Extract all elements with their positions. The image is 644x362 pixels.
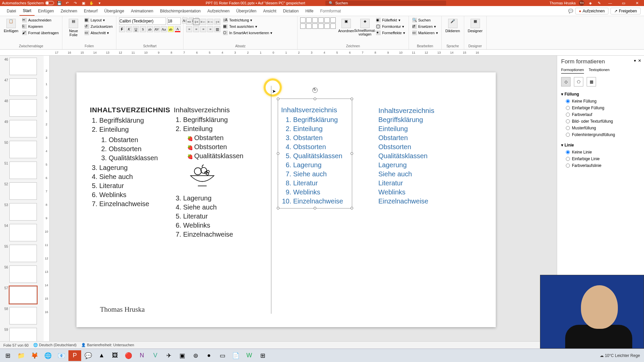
- font-size-input[interactable]: [167, 17, 181, 25]
- font-name-input[interactable]: [119, 17, 166, 25]
- save-icon[interactable]: 💾: [57, 0, 62, 6]
- shape-item[interactable]: [300, 23, 306, 29]
- shape-item[interactable]: [306, 23, 312, 29]
- shape-outline-button[interactable]: ◯Formkontur ▾: [375, 24, 406, 29]
- present-icon[interactable]: ▣: [81, 0, 86, 6]
- telegram-icon[interactable]: ✈: [162, 350, 175, 361]
- resize-handle[interactable]: [314, 98, 316, 100]
- shadow-button[interactable]: S: [140, 26, 146, 32]
- tab-aufzeichnen[interactable]: Aufzeichnen: [204, 7, 233, 15]
- shape-item[interactable]: [318, 23, 324, 29]
- minimize-button[interactable]: —: [605, 1, 615, 5]
- explorer-icon[interactable]: 📁: [15, 350, 28, 361]
- app-icon[interactable]: 📄: [229, 350, 242, 361]
- search-box[interactable]: 🔍 Suchen: [325, 1, 446, 5]
- weather-widget[interactable]: ☁ 10°C Leichter Rege: [600, 353, 640, 358]
- powerpoint-icon[interactable]: P: [68, 350, 81, 361]
- thumbnail-53[interactable]: 53: [0, 202, 44, 221]
- app-icon[interactable]: 💬: [82, 350, 95, 361]
- quick-styles-button[interactable]: ◈Schnellformat- vorlagen: [357, 17, 373, 38]
- shape-item[interactable]: [324, 23, 330, 29]
- cloud-icon[interactable]: ◈: [588, 0, 593, 6]
- shape-item[interactable]: [324, 17, 330, 23]
- tab-animationen[interactable]: Animationen: [127, 7, 157, 15]
- align-left-button[interactable]: ≡: [186, 26, 192, 32]
- radio-gradient-line[interactable]: Farbverlaufslinie: [561, 162, 640, 169]
- italic-button[interactable]: K: [126, 26, 132, 32]
- tab-dictation[interactable]: Dictation: [280, 7, 302, 15]
- thumbnail-59[interactable]: 59: [0, 327, 44, 341]
- redo-icon[interactable]: ↷: [73, 0, 78, 6]
- language-status[interactable]: 🌐 Deutsch (Deutschland): [33, 343, 76, 347]
- app-icon[interactable]: ⊞: [256, 350, 269, 361]
- maximize-button[interactable]: ▭: [619, 1, 629, 5]
- shape-item[interactable]: [312, 17, 318, 23]
- record-button[interactable]: ●Aufzeichnen: [575, 8, 608, 14]
- chrome-icon[interactable]: 🌐: [42, 350, 54, 361]
- undo-icon[interactable]: ↶: [65, 0, 70, 6]
- tab-ueberpruefen[interactable]: Überprüfen: [233, 7, 260, 15]
- shape-item[interactable]: [312, 23, 318, 29]
- ruler-vertical[interactable]: 21012345678910111213141516: [44, 56, 50, 341]
- app-icon[interactable]: 🖼: [109, 350, 121, 361]
- tab-text-options[interactable]: Textoptionen: [589, 68, 609, 74]
- ruler-horizontal[interactable]: 1716151413121110987654321012345678910111…: [0, 50, 644, 56]
- rotation-handle[interactable]: [312, 87, 318, 93]
- tab-datei[interactable]: Datei: [3, 7, 19, 15]
- resize-handle[interactable]: [277, 152, 279, 155]
- text-direction-button[interactable]: ↕ATextrichtung ▾: [222, 17, 273, 23]
- share-button[interactable]: ↗Freigeben: [610, 8, 641, 14]
- slide-count[interactable]: Folie 57 von 60: [3, 343, 29, 347]
- columns-button[interactable]: ▥: [214, 26, 220, 32]
- radio-solid-line[interactable]: Einfarbige Linie: [561, 156, 640, 162]
- shape-effects-button[interactable]: ✦Formeffekte ▾: [375, 30, 406, 36]
- new-slide-button[interactable]: ▤Neue Folie: [65, 17, 82, 38]
- thumbnail-48[interactable]: 48: [0, 99, 44, 117]
- shape-fill-button[interactable]: ◉Fülleffekt ▾: [375, 17, 406, 23]
- cut-button[interactable]: ✂Ausschneiden: [21, 17, 59, 23]
- radio-no-line[interactable]: Keine Linie: [561, 149, 640, 156]
- paste-button[interactable]: 📋Einfügen: [3, 17, 19, 34]
- vlc-icon[interactable]: ▲: [95, 350, 108, 361]
- thumbnail-58[interactable]: 58: [0, 306, 44, 325]
- touch-icon[interactable]: ✋: [89, 0, 94, 6]
- bold-button[interactable]: F: [119, 26, 125, 32]
- tab-formformat[interactable]: Formformat: [317, 7, 344, 15]
- textbox-col2[interactable]: Inhaltsverzeichnis Begriffsklärung Einte…: [174, 106, 261, 239]
- resize-handle[interactable]: [314, 207, 316, 209]
- textbox-col4[interactable]: Inhaltsverzeichnis Begriffsklärung Einte…: [378, 106, 452, 206]
- section-header[interactable]: ▾ Linie: [561, 141, 640, 149]
- word-icon[interactable]: W: [243, 350, 256, 361]
- resize-handle[interactable]: [351, 207, 353, 209]
- justify-button[interactable]: ≡: [207, 26, 213, 32]
- textbox-col1[interactable]: INHALTSVERZEICHNIS Begriffsklärung Einte…: [90, 106, 180, 208]
- numbering-button[interactable]: 1≡: [193, 19, 199, 25]
- case-button[interactable]: Aa: [161, 26, 167, 32]
- tab-uebergaenge[interactable]: Übergänge: [101, 7, 127, 15]
- effects-tab-icon[interactable]: ⬠: [574, 77, 583, 86]
- resize-handle[interactable]: [277, 207, 279, 209]
- vscode-icon[interactable]: V: [149, 350, 162, 361]
- autosave-toggle[interactable]: Automatisches Speichern: [2, 1, 54, 5]
- font-color-button[interactable]: A: [175, 26, 181, 32]
- tab-shape-options[interactable]: Formoptionen: [561, 68, 584, 74]
- smartart-button[interactable]: ⬡In SmartArt konvertieren ▾: [222, 30, 273, 36]
- radio-solid-fill[interactable]: Einfarbige Füllung: [561, 105, 640, 111]
- select-button[interactable]: ▭Markieren ▾: [412, 30, 439, 36]
- thumbnail-51[interactable]: 51: [0, 161, 44, 180]
- thumbnail-52[interactable]: 52: [0, 182, 44, 200]
- qat-more-icon[interactable]: ▾: [97, 0, 102, 6]
- line-spacing-button[interactable]: ↕≡: [214, 19, 220, 25]
- radio-slide-bg-fill[interactable]: Folienhintergrundfüllung: [561, 131, 640, 138]
- section-header[interactable]: ▾ Füllung: [561, 90, 640, 98]
- underline-button[interactable]: U: [133, 26, 139, 32]
- strike-button[interactable]: ab: [147, 26, 153, 32]
- bullets-button[interactable]: •≡: [186, 19, 192, 25]
- onenote-icon[interactable]: N: [136, 350, 148, 361]
- reset-button[interactable]: ↺Zurücksetzen: [84, 24, 113, 29]
- thumbnail-49[interactable]: 49: [0, 119, 44, 138]
- thumbnail-54[interactable]: 54: [0, 223, 44, 242]
- start-button[interactable]: ⊞: [1, 350, 14, 361]
- accessibility-status[interactable]: 👤 Barrierefreiheit: Untersuchen: [81, 343, 134, 347]
- app-icon[interactable]: ▭: [216, 350, 229, 361]
